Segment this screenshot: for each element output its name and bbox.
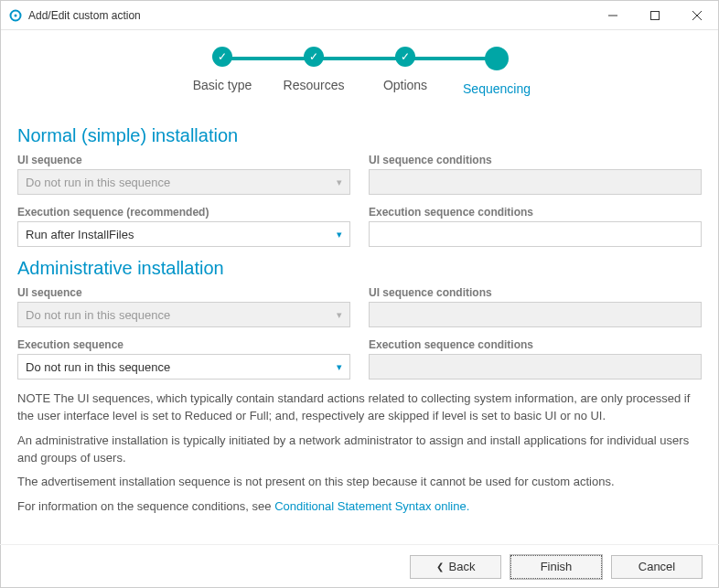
minimize-button[interactable] bbox=[592, 1, 634, 30]
button-label: Finish bbox=[541, 560, 573, 573]
active-step-icon bbox=[485, 47, 509, 70]
admin-ui-sequence-select[interactable]: Do not run in this sequence ▾ bbox=[17, 302, 350, 327]
normal-exec-conditions-input[interactable] bbox=[369, 221, 702, 247]
cancel-button[interactable]: Cancel bbox=[611, 555, 703, 579]
admin-exec-conditions-label: Execution sequence conditions bbox=[369, 338, 702, 351]
footer: ❮ Back Finish Cancel bbox=[0, 544, 719, 588]
app-icon bbox=[8, 8, 23, 23]
step-label: Resources bbox=[284, 78, 345, 92]
check-icon: ✓ bbox=[395, 47, 415, 67]
note-conditions-link: For information on the sequence conditio… bbox=[17, 498, 702, 516]
window-controls bbox=[592, 1, 718, 30]
chevron-down-icon: ▾ bbox=[337, 361, 342, 373]
note-admin-install: An administrative installation is typica… bbox=[17, 433, 702, 467]
admin-exec-sequence-label: Execution sequence bbox=[17, 338, 350, 351]
check-icon: ✓ bbox=[304, 47, 324, 67]
normal-ui-sequence-select[interactable]: Do not run in this sequence ▾ bbox=[17, 169, 350, 195]
titlebar: Add/Edit custom action bbox=[1, 1, 718, 30]
step-basic-type[interactable]: ✓ Basic type bbox=[177, 47, 268, 92]
select-value: Do not run in this sequence bbox=[26, 360, 170, 374]
exec-sequence-label: Execution sequence (recommended) bbox=[17, 206, 350, 219]
chevron-down-icon: ▾ bbox=[337, 229, 342, 241]
svg-point-1 bbox=[15, 14, 17, 16]
ui-conditions-label: UI sequence conditions bbox=[369, 154, 702, 166]
svg-rect-3 bbox=[651, 11, 660, 19]
chevron-down-icon: ▾ bbox=[337, 176, 342, 188]
step-label: Sequencing bbox=[463, 81, 531, 96]
chevron-down-icon: ▾ bbox=[337, 309, 342, 321]
note-prefix: For information on the sequence conditio… bbox=[17, 499, 274, 513]
maximize-button[interactable] bbox=[634, 1, 676, 30]
chevron-left-icon: ❮ bbox=[436, 561, 444, 572]
step-options[interactable]: ✓ Options bbox=[360, 47, 451, 92]
conditional-syntax-link[interactable]: Conditional Statement Syntax online. bbox=[274, 499, 469, 513]
note-advertisement: The advertisement installation sequence … bbox=[17, 474, 702, 491]
wizard-stepper: ✓ Basic type ✓ Resources ✓ Options Seque… bbox=[1, 30, 718, 107]
admin-ui-sequence-label: UI sequence bbox=[17, 286, 350, 299]
step-resources[interactable]: ✓ Resources bbox=[268, 47, 360, 92]
check-icon: ✓ bbox=[212, 47, 232, 67]
button-label: Cancel bbox=[639, 560, 675, 573]
close-button[interactable] bbox=[676, 1, 718, 30]
window-title: Add/Edit custom action bbox=[28, 9, 592, 22]
normal-ui-conditions-input[interactable] bbox=[369, 169, 702, 195]
exec-conditions-label: Execution sequence conditions bbox=[369, 206, 702, 219]
section-heading-admin: Administrative installation bbox=[17, 258, 702, 279]
step-label: Basic type bbox=[193, 78, 252, 92]
ui-sequence-label: UI sequence bbox=[17, 154, 350, 166]
select-value: Do not run in this sequence bbox=[26, 308, 170, 322]
step-label: Options bbox=[383, 78, 427, 92]
admin-exec-conditions-input[interactable] bbox=[369, 354, 702, 380]
normal-exec-sequence-select[interactable]: Run after InstallFiles ▾ bbox=[17, 221, 350, 247]
step-sequencing[interactable]: Sequencing bbox=[451, 47, 542, 96]
finish-button[interactable]: Finish bbox=[510, 555, 602, 579]
admin-ui-conditions-label: UI sequence conditions bbox=[369, 286, 702, 299]
admin-ui-conditions-input[interactable] bbox=[369, 302, 702, 327]
back-button[interactable]: ❮ Back bbox=[410, 555, 501, 579]
button-label: Back bbox=[449, 560, 476, 573]
note-ui-sequences: NOTE The UI sequences, which typically c… bbox=[17, 390, 702, 425]
content-area: Normal (simple) installation UI sequence… bbox=[1, 107, 718, 516]
select-value: Run after InstallFiles bbox=[26, 228, 134, 241]
section-heading-normal: Normal (simple) installation bbox=[17, 125, 702, 146]
select-value: Do not run in this sequence bbox=[26, 176, 170, 189]
admin-exec-sequence-select[interactable]: Do not run in this sequence ▾ bbox=[17, 354, 350, 380]
